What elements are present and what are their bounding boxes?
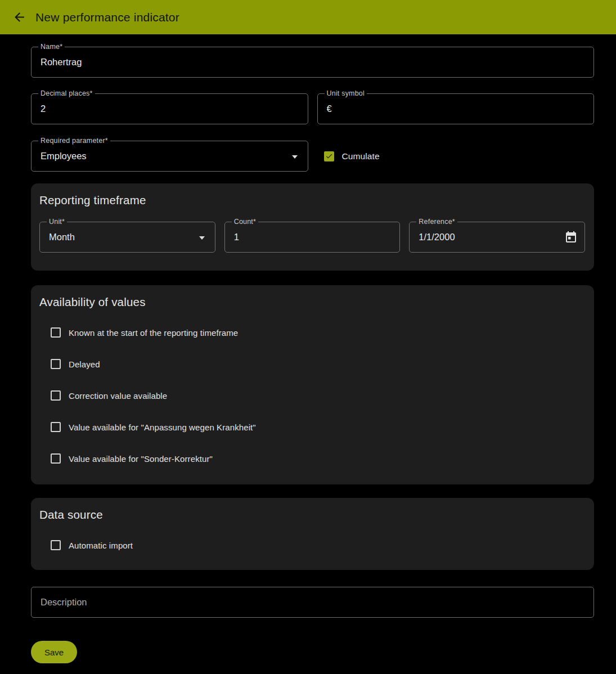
reporting-timeframe-card: Reporting timeframe Unit* Month Count* R… (31, 183, 594, 271)
cumulate-checkbox[interactable] (324, 151, 334, 161)
unit-value: Month (49, 232, 75, 242)
unit-symbol-label: Unit symbol (325, 89, 367, 98)
checkbox-label: Known at the start of the reporting time… (69, 328, 238, 338)
cumulate-checkbox-row[interactable]: Cumulate (317, 141, 595, 172)
availability-option-row[interactable]: Value available for "Anpassung wegen Kra… (51, 416, 585, 438)
calendar-icon[interactable] (564, 231, 578, 244)
unit-label: Unit* (47, 218, 67, 226)
name-input[interactable] (41, 57, 584, 68)
automatic-import-checkbox[interactable] (51, 540, 61, 550)
decimal-places-field[interactable]: Decimal places* (31, 93, 308, 124)
required-parameter-select[interactable]: Required parameter* Employees (31, 141, 308, 172)
required-parameter-label: Required parameter* (38, 137, 110, 145)
availability-option-row[interactable]: Known at the start of the reporting time… (51, 321, 585, 344)
unit-symbol-input[interactable] (327, 104, 585, 114)
reference-field[interactable]: Reference* (409, 222, 585, 253)
correction-value-checkbox[interactable] (51, 390, 61, 401)
data-source-title: Data source (39, 508, 585, 522)
parameter-row: Required parameter* Employees Cumulate (31, 141, 594, 172)
reporting-timeframe-fields: Unit* Month Count* Reference* (39, 222, 585, 257)
sonder-korrektur-checkbox[interactable] (51, 453, 61, 464)
checkbox-label: Value available for "Anpassung wegen Kra… (69, 423, 256, 432)
reporting-timeframe-title: Reporting timeframe (39, 194, 585, 207)
arrow-back-icon (12, 10, 26, 24)
delayed-checkbox[interactable] (51, 359, 61, 369)
unit-symbol-field[interactable]: Unit symbol (317, 93, 595, 124)
availability-option-row[interactable]: Correction value available (51, 384, 585, 407)
decimal-places-label: Decimal places* (38, 89, 95, 98)
name-field[interactable]: Name* (31, 47, 594, 78)
count-field[interactable]: Count* (224, 222, 401, 253)
count-label: Count* (232, 218, 258, 226)
data-source-card: Data source Automatic import (31, 498, 594, 570)
back-button[interactable] (10, 8, 28, 26)
availability-card: Availability of values Known at the star… (31, 285, 594, 484)
check-icon (325, 152, 333, 160)
availability-title: Availability of values (39, 295, 585, 309)
reference-input[interactable] (419, 232, 575, 242)
checkbox-label: Correction value available (69, 391, 167, 401)
availability-option-row[interactable]: Value available for "Sonder-Korrektur" (51, 447, 585, 470)
name-field-label: Name* (38, 43, 65, 51)
checkbox-label: Value available for "Sonder-Korrektur" (69, 454, 213, 464)
app-bar: New performance indicator (0, 0, 616, 34)
form-content: Name* Decimal places* Unit symbol Requir… (0, 34, 616, 674)
known-at-start-checkbox[interactable] (51, 327, 61, 338)
decimal-places-input[interactable] (41, 104, 299, 114)
dropdown-arrow-icon (199, 236, 205, 240)
checkbox-label: Delayed (69, 360, 100, 369)
data-source-option-row[interactable]: Automatic import (51, 534, 585, 556)
dropdown-arrow-icon (292, 155, 298, 159)
cumulate-label: Cumulate (342, 151, 380, 161)
save-button[interactable]: Save (31, 641, 77, 663)
page-title: New performance indicator (35, 11, 179, 24)
number-unit-row: Decimal places* Unit symbol (31, 93, 594, 124)
unit-select[interactable]: Unit* Month (39, 222, 215, 253)
count-input[interactable] (234, 232, 391, 242)
checkbox-label: Automatic import (69, 541, 133, 550)
description-placeholder-label: Description (41, 597, 87, 608)
anpassung-krankheit-checkbox[interactable] (51, 422, 61, 432)
reference-label: Reference* (416, 218, 457, 226)
availability-option-row[interactable]: Delayed (51, 353, 585, 375)
required-parameter-value: Employees (41, 151, 87, 161)
description-field[interactable]: Description (31, 587, 594, 618)
